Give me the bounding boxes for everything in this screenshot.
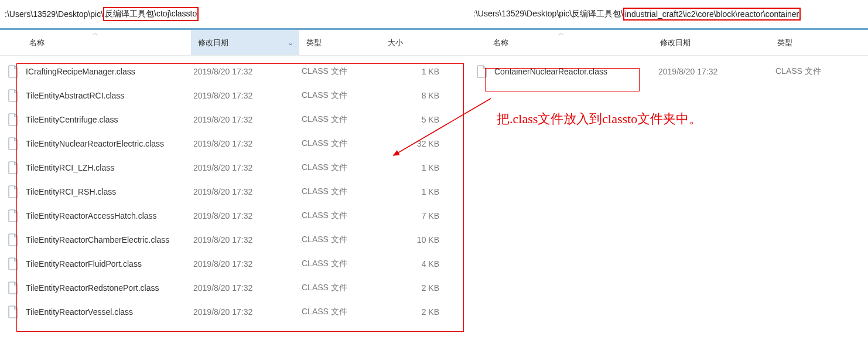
column-date-label: 修改日期	[660, 38, 691, 48]
file-date: 2019/8/20 17:32	[193, 187, 302, 196]
file-name: ContainerNuclearReactor.class	[494, 67, 658, 76]
file-size: 7 KB	[383, 211, 439, 220]
file-icon	[8, 161, 20, 174]
file-type: CLASS 文件	[302, 307, 383, 317]
file-date: 2019/8/20 17:32	[193, 139, 302, 148]
file-icon	[8, 209, 20, 222]
file-row[interactable]: ICraftingRecipeManager.class2019/8/20 17…	[0, 59, 469, 83]
column-date[interactable]: 修改日期	[653, 30, 770, 55]
file-name: TileEntityReactorFluidPort.class	[26, 259, 193, 269]
column-size[interactable]: 大小	[381, 30, 451, 55]
file-name: ICraftingRecipeManager.class	[26, 67, 193, 76]
file-row[interactable]: TileEntityReactorRedstonePort.class2019/…	[0, 276, 469, 300]
file-icon	[8, 257, 20, 270]
explorer-pane-left: :\Users\13529\Desktop\pic\ 反编译工具包\ctoj\c…	[0, 0, 469, 343]
file-type: CLASS 文件	[302, 90, 383, 101]
file-date: 2019/8/20 17:32	[193, 259, 302, 269]
file-type: CLASS 文件	[302, 259, 383, 269]
file-type: CLASS 文件	[302, 210, 383, 221]
column-type[interactable]: 类型	[299, 30, 381, 55]
column-name[interactable]: ︿ 名称	[469, 30, 653, 55]
column-name-label: 名称	[493, 38, 508, 48]
file-icon	[477, 65, 488, 78]
explorer-pane-right: :\Users\13529\Desktop\pic\反编译工具包\ indust…	[469, 0, 868, 343]
file-size: 32 KB	[383, 139, 439, 148]
file-row[interactable]: TileEntityNuclearReactorElectric.class20…	[0, 131, 469, 155]
file-size: 1 KB	[383, 163, 439, 172]
file-name: TileEntityReactorChamberElectric.class	[26, 235, 193, 244]
file-row[interactable]: TileEntityReactorAccessHatch.class2019/8…	[0, 203, 469, 227]
file-size: 2 KB	[383, 283, 439, 293]
file-name: TileEntityReactorVessel.class	[26, 307, 193, 317]
file-type: CLASS 文件	[775, 66, 863, 77]
address-bar-right[interactable]: :\Users\13529\Desktop\pic\反编译工具包\ indust…	[469, 0, 868, 28]
path-highlight: industrial_craft2\ic2\core\block\reactor…	[623, 8, 801, 21]
file-icon	[8, 137, 20, 150]
file-date: 2019/8/20 17:32	[193, 67, 302, 76]
file-date: 2019/8/20 17:32	[193, 283, 302, 293]
file-date: 2019/8/20 17:32	[193, 211, 302, 220]
column-name-label: 名称	[29, 38, 45, 48]
file-size: 10 KB	[383, 235, 439, 244]
file-list-right: ContainerNuclearReactor.class2019/8/20 1…	[469, 56, 868, 83]
column-name[interactable]: ︿ 名称	[0, 30, 191, 55]
file-type: CLASS 文件	[302, 138, 383, 149]
column-type-label: 类型	[306, 38, 322, 48]
annotation-text: 把.class文件放入到classto文件夹中。	[497, 110, 702, 128]
dropdown-chevron-icon: ⌄	[288, 39, 293, 47]
file-size: 8 KB	[383, 91, 439, 100]
file-type: CLASS 文件	[302, 162, 383, 173]
file-type: CLASS 文件	[302, 114, 383, 125]
file-icon	[8, 233, 20, 246]
file-icon	[8, 305, 20, 318]
file-date: 2019/8/20 17:32	[193, 91, 302, 100]
column-date-label: 修改日期	[198, 38, 228, 48]
file-date: 2019/8/20 17:32	[193, 163, 302, 172]
file-list-left: ICraftingRecipeManager.class2019/8/20 17…	[0, 56, 469, 324]
file-size: 1 KB	[383, 67, 439, 76]
file-row[interactable]: TileEntityCentrifuge.class2019/8/20 17:3…	[0, 107, 469, 131]
file-icon	[8, 113, 20, 126]
file-date: 2019/8/20 17:32	[193, 235, 302, 244]
file-size: 5 KB	[383, 115, 439, 124]
file-type: CLASS 文件	[302, 186, 383, 197]
file-date: 2019/8/20 17:32	[193, 307, 302, 317]
file-size: 1 KB	[383, 187, 439, 196]
column-headers-right: ︿ 名称 修改日期 类型	[469, 30, 868, 56]
path-prefix: :\Users\13529\Desktop\pic\反编译工具包\	[473, 9, 623, 19]
file-name: TileEntityNuclearReactorElectric.class	[26, 139, 193, 148]
file-type: CLASS 文件	[302, 235, 383, 245]
path-highlight: 反编译工具包\ctoj\classto	[103, 7, 199, 21]
file-name: TileEntityCentrifuge.class	[26, 115, 193, 124]
file-row[interactable]: TileEntityRCI_LZH.class2019/8/20 17:32CL…	[0, 155, 469, 179]
sort-chevron-icon: ︿	[558, 29, 564, 38]
file-type: CLASS 文件	[302, 66, 383, 77]
column-type[interactable]: 类型	[770, 30, 858, 55]
file-row[interactable]: ContainerNuclearReactor.class2019/8/20 1…	[469, 59, 868, 83]
file-icon	[8, 281, 20, 294]
address-bar-left[interactable]: :\Users\13529\Desktop\pic\ 反编译工具包\ctoj\c…	[0, 0, 469, 28]
column-headers-left: ︿ 名称 修改日期 ⌄ 类型 大小	[0, 30, 469, 56]
file-size: 2 KB	[383, 307, 439, 317]
path-prefix: :\Users\13529\Desktop\pic\	[5, 9, 103, 19]
file-row[interactable]: TileEntityRCI_RSH.class2019/8/20 17:32CL…	[0, 179, 469, 203]
file-name: TileEntityRCI_RSH.class	[26, 187, 193, 196]
file-icon	[8, 185, 20, 198]
file-row[interactable]: TileEntityReactorVessel.class2019/8/20 1…	[0, 300, 469, 324]
file-size: 4 KB	[383, 259, 439, 269]
file-name: TileEntityReactorRedstonePort.class	[26, 283, 193, 293]
file-row[interactable]: TileEntityReactorFluidPort.class2019/8/2…	[0, 252, 469, 276]
file-name: TileEntityRCI_LZH.class	[26, 163, 193, 172]
column-size-label: 大小	[388, 38, 403, 48]
file-date: 2019/8/20 17:32	[658, 67, 775, 76]
file-icon	[8, 65, 20, 78]
sort-chevron-icon: ︿	[93, 29, 98, 38]
file-row[interactable]: TileEntityReactorChamberElectric.class20…	[0, 227, 469, 252]
file-type: CLASS 文件	[302, 283, 383, 293]
file-name: TileEntityReactorAccessHatch.class	[26, 211, 193, 220]
file-row[interactable]: TileEntityAbstractRCI.class2019/8/20 17:…	[0, 83, 469, 107]
file-date: 2019/8/20 17:32	[193, 115, 302, 124]
column-date[interactable]: 修改日期 ⌄	[191, 30, 299, 55]
file-icon	[8, 89, 20, 102]
column-type-label: 类型	[777, 38, 792, 48]
